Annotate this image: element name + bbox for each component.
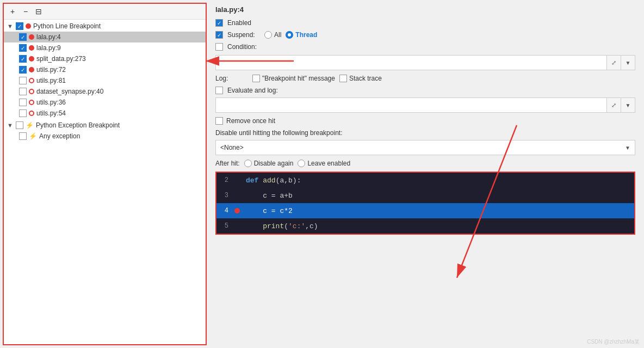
breakpoint-item-split273[interactable]: split_data.py:273 — [4, 53, 206, 64]
bp-hit-label: "Breakpoint hit" message — [262, 75, 335, 82]
dataset40-checkbox[interactable] — [19, 88, 27, 95]
breakpoint-item-lala4[interactable]: lala.py:4 — [4, 32, 206, 42]
leave-enabled-radio[interactable] — [298, 160, 305, 167]
all-radio-label: All — [274, 31, 281, 39]
any-exception-label: Any exception — [39, 132, 80, 140]
code-line-2: 2 def add(a,b): — [216, 173, 634, 188]
utils72-checkbox[interactable] — [19, 66, 27, 74]
line-number-5: 5 — [216, 222, 233, 230]
red-circle-icon — [29, 89, 34, 94]
red-dot-icon — [29, 34, 34, 40]
evaluate-row: Evaluate and log: — [215, 87, 635, 94]
code-line-4: 4 c = c*2 — [216, 203, 634, 218]
suspend-label: Suspend: — [227, 31, 260, 39]
add-breakpoint-button[interactable]: + — [7, 6, 18, 17]
disable-until-label: Disable until hitting the following brea… — [215, 129, 635, 137]
evaluate-input[interactable] — [216, 98, 606, 112]
stack-trace-option[interactable]: Stack trace — [339, 75, 382, 82]
code-preview-panel: 2 def add(a,b): 3 c = a+b 4 c = c*2 5 — [215, 172, 635, 235]
disable-again-option[interactable]: Disable again — [244, 160, 294, 167]
red-dot-icon — [29, 45, 34, 51]
bp-hit-checkbox[interactable] — [252, 75, 260, 82]
red-circle-icon — [29, 111, 34, 116]
code-content-3: c = a+b — [242, 192, 293, 200]
log-row: Log: "Breakpoint hit" message Stack trac… — [215, 75, 635, 82]
breakpoint-item-any-exception[interactable]: ⚡ Any exception — [4, 131, 206, 142]
breakpoint-item-dataset40[interactable]: dataset_synapse.py:40 — [4, 86, 206, 97]
bp-hit-option[interactable]: "Breakpoint hit" message — [252, 75, 335, 82]
lala4-checkbox[interactable] — [19, 33, 27, 41]
remove-breakpoint-button[interactable]: − — [20, 6, 31, 17]
page-title: lala.py:4 — [215, 5, 635, 14]
lala9-checkbox[interactable] — [19, 44, 27, 52]
utils54-label: utils.py:54 — [36, 109, 66, 117]
evaluate-label: Evaluate and log: — [227, 87, 278, 94]
code-line-3: 3 c = a+b — [216, 188, 634, 203]
red-dot-icon — [29, 56, 34, 62]
code-content-4: c = c*2 — [242, 207, 293, 215]
python-exception-bp-group: ▼ ⚡ Python Exception Breakpoint ⚡ Any ex… — [4, 120, 206, 142]
disable-again-label: Disable again — [254, 160, 294, 167]
suspend-thread-option[interactable]: Thread — [286, 31, 317, 39]
python-line-bp-header[interactable]: ▼ Python Line Breakpoint — [4, 21, 206, 32]
evaluate-expand-button[interactable]: ⤢ — [606, 98, 621, 112]
split273-checkbox[interactable] — [19, 55, 27, 63]
enabled-checkbox[interactable] — [215, 19, 223, 27]
breakpoint-item-utils72[interactable]: utils.py:72 — [4, 64, 206, 75]
breakpoint-tree: ▼ Python Line Breakpoint lala.py:4 lala.… — [4, 20, 206, 344]
chevron-down-icon: ▼ — [7, 122, 14, 129]
leave-enabled-label: Leave enabled — [307, 160, 350, 167]
enabled-row: Enabled — [215, 19, 635, 27]
condition-expand-button[interactable]: ⤢ — [606, 56, 621, 70]
utils72-label: utils.py:72 — [36, 66, 66, 74]
utils36-checkbox[interactable] — [19, 99, 27, 106]
remove-once-hit-checkbox[interactable] — [215, 117, 223, 125]
red-circle-icon — [29, 100, 34, 105]
utils54-checkbox[interactable] — [19, 109, 27, 117]
condition-row: Condition: — [215, 43, 635, 51]
leave-enabled-option[interactable]: Leave enabled — [298, 160, 350, 167]
condition-label: Condition: — [227, 43, 260, 51]
thread-radio[interactable] — [286, 31, 293, 39]
breakpoint-item-utils81[interactable]: utils.py:81 — [4, 75, 206, 86]
condition-checkbox[interactable] — [215, 43, 223, 51]
lala9-label: lala.py:9 — [36, 44, 61, 52]
evaluate-dropdown-button[interactable]: ▼ — [621, 98, 635, 112]
suspend-radio-group: All Thread — [264, 31, 317, 39]
breakpoint-item-lala9[interactable]: lala.py:9 — [4, 42, 206, 53]
suspend-row: Suspend: All Thread — [215, 31, 635, 39]
line-number-3: 3 — [216, 192, 233, 199]
remove-once-hit-row: Remove once hit — [215, 117, 635, 125]
breakpoint-dot-icon — [234, 208, 240, 213]
python-line-bp-label: Python Line Breakpoint — [33, 22, 101, 30]
thread-radio-label: Thread — [295, 31, 317, 39]
breakpoint-item-utils54[interactable]: utils.py:54 — [4, 108, 206, 119]
red-dot-icon — [29, 67, 34, 72]
code-line-5: 5 print('c:',c) — [216, 218, 634, 234]
watermark: CSDN @zhzhzhMa某 — [587, 338, 640, 346]
python-exception-bp-header[interactable]: ▼ ⚡ Python Exception Breakpoint — [4, 120, 206, 131]
suspend-checkbox[interactable] — [215, 31, 223, 39]
red-circle-icon — [29, 78, 34, 83]
utils81-checkbox[interactable] — [19, 77, 27, 84]
all-radio[interactable] — [264, 31, 272, 39]
breakpoint-item-utils36[interactable]: utils.py:36 — [4, 97, 206, 108]
condition-input-row: ⤢ ▼ — [215, 55, 635, 70]
suspend-all-option[interactable]: All — [264, 31, 281, 39]
python-exception-bp-checkbox[interactable] — [16, 121, 23, 129]
utils81-label: utils.py:81 — [36, 77, 66, 84]
python-line-bp-checkbox[interactable] — [16, 22, 23, 30]
condition-dropdown-button[interactable]: ▼ — [621, 56, 635, 70]
evaluate-input-row: ⤢ ▼ — [215, 97, 635, 113]
disable-until-dropdown[interactable]: <None> ▼ — [215, 140, 635, 155]
condition-input[interactable] — [216, 56, 606, 70]
enabled-label: Enabled — [227, 19, 260, 27]
any-exception-checkbox[interactable] — [19, 132, 27, 140]
toolbar: + − ⊟ — [4, 4, 206, 20]
breakpoint-marker-4 — [233, 208, 242, 213]
options-button[interactable]: ⊟ — [33, 6, 44, 17]
evaluate-checkbox[interactable] — [215, 87, 223, 94]
stack-trace-checkbox[interactable] — [339, 75, 347, 82]
disable-again-radio[interactable] — [244, 160, 252, 167]
remove-once-hit-label: Remove once hit — [226, 117, 275, 125]
